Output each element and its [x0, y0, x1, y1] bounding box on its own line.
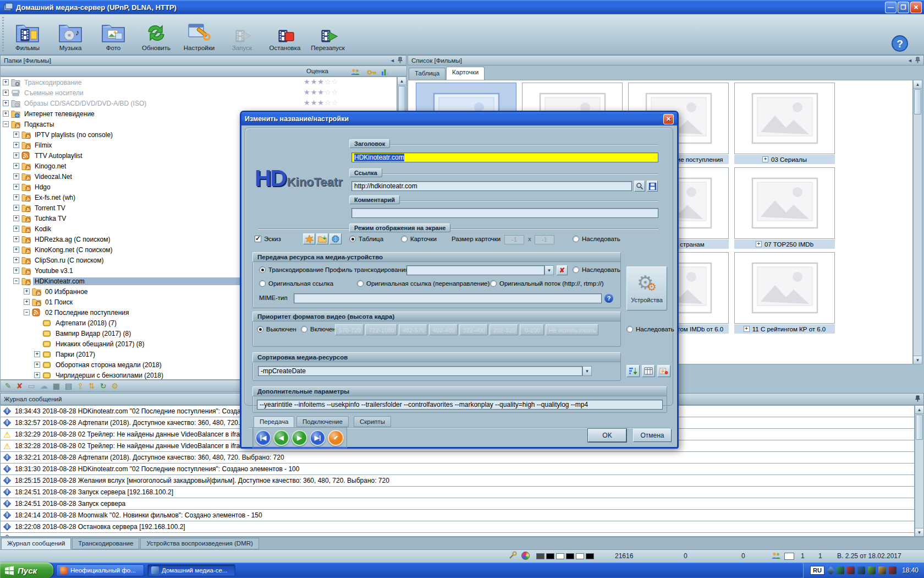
tray-icon-4[interactable]: [857, 566, 865, 574]
wrench-icon[interactable]: [508, 551, 517, 561]
card-item[interactable]: +11 С рейтингом КР от 6.0: [734, 252, 835, 334]
log-scrollbar[interactable]: ▲ ▼: [915, 405, 924, 537]
toolbar-grip[interactable]: [2, 17, 4, 52]
apply-button[interactable]: ✔: [328, 430, 344, 446]
scroll-up-icon[interactable]: ▲: [914, 80, 922, 89]
taskbar-task[interactable]: Домашний медиа-се...: [147, 564, 235, 576]
priority-off-radio[interactable]: Выключен: [257, 326, 296, 332]
scroll-down-icon[interactable]: ▼: [915, 528, 923, 536]
expand-icon[interactable]: +: [3, 100, 9, 106]
pin-icon[interactable]: [398, 57, 403, 64]
expand-icon[interactable]: +: [13, 194, 19, 200]
bottom-tab[interactable]: Устройства воспроизведения (DMR): [140, 538, 258, 549]
start-button[interactable]: Пуск: [0, 563, 53, 578]
toolbar-settings-button[interactable]: Настройки: [178, 16, 221, 53]
dialog-close-button[interactable]: ✕: [663, 114, 674, 124]
cancel-button[interactable]: Отмена: [633, 429, 672, 442]
collapse-icon[interactable]: −: [24, 309, 30, 315]
scrollbar-thumb[interactable]: [916, 415, 923, 440]
search-icon[interactable]: [634, 181, 645, 192]
pin-icon[interactable]: [915, 395, 920, 403]
scroll-up-icon[interactable]: ▲: [398, 77, 406, 85]
display-inherit-radio[interactable]: Наследовать: [573, 236, 620, 242]
expand-icon[interactable]: +: [744, 326, 750, 332]
collapse-panel-icon[interactable]: ◄: [390, 58, 395, 63]
color-swatch[interactable]: [586, 553, 594, 559]
thumbnail-checkbox[interactable]: Эскиз: [255, 236, 281, 242]
table-radio[interactable]: Таблица: [349, 236, 383, 242]
transcode-radio[interactable]: Транскодирование: [259, 266, 323, 273]
checkbox-icon[interactable]: [255, 236, 261, 242]
help-icon[interactable]: ?: [604, 294, 613, 303]
grid-icon[interactable]: ▦: [53, 382, 60, 390]
expand-icon[interactable]: +: [13, 173, 19, 179]
color-swatch[interactable]: [576, 553, 584, 559]
comment-input[interactable]: [351, 208, 658, 218]
language-indicator[interactable]: RU: [810, 566, 824, 575]
expand-icon[interactable]: +: [24, 299, 30, 305]
minimize-button[interactable]: —: [885, 2, 897, 13]
expand-icon[interactable]: +: [756, 241, 762, 247]
close-button[interactable]: ✕: [910, 2, 922, 13]
expand-icon[interactable]: +: [13, 184, 19, 190]
dialog-tab[interactable]: Подключение: [296, 416, 349, 427]
priority-on-radio[interactable]: Включен: [301, 326, 336, 332]
taskbar-task[interactable]: Неофициальный фо...: [56, 564, 144, 576]
toolbar-stop-button[interactable]: Остановка: [263, 16, 306, 53]
card-item[interactable]: +07 TOP250 IMDb: [734, 167, 835, 249]
transcode-profile-select[interactable]: ▼: [406, 265, 554, 275]
expand-icon[interactable]: +: [13, 152, 19, 159]
log-row[interactable]: i18:24:51 2018-08-28 Запуск сервера: [1, 498, 914, 510]
original-stream-radio[interactable]: Оригинальный поток (http://, rtmp://): [490, 280, 604, 287]
mime-input[interactable]: [294, 293, 602, 303]
tray-app-icon[interactable]: [827, 566, 835, 575]
last-button[interactable]: ▶|: [310, 430, 326, 446]
clear-profile-button[interactable]: ✘: [557, 265, 568, 275]
expand-icon[interactable]: +: [13, 236, 19, 242]
color-swatch[interactable]: [536, 553, 544, 559]
expand-icon[interactable]: +: [13, 142, 19, 148]
dialog-tab[interactable]: Передача: [254, 416, 294, 427]
expand-icon[interactable]: +: [762, 156, 768, 162]
tools-icon[interactable]: ⚙: [111, 382, 118, 390]
expand-icon[interactable]: +: [34, 372, 40, 378]
expand-icon[interactable]: +: [13, 132, 19, 138]
log-row[interactable]: i: [1, 533, 914, 537]
log-row[interactable]: i18:31:30 2018-08-28 HDKinoteatr.com "02…: [1, 464, 914, 475]
open-folder-icon[interactable]: [316, 233, 328, 244]
expand-icon[interactable]: +: [34, 362, 40, 368]
devices-button[interactable]: ⚙⚙ Устройства: [626, 266, 667, 310]
expand-icon[interactable]: +: [3, 90, 9, 96]
tray-icon-3[interactable]: [847, 566, 855, 574]
scroll-up-icon[interactable]: ▲: [915, 406, 923, 414]
card-item[interactable]: +03 Сериалы: [734, 83, 835, 164]
scroll-down-icon[interactable]: ▼: [914, 356, 922, 364]
toolbar-films-button[interactable]: Фильмы: [6, 16, 49, 53]
web-icon[interactable]: ☁: [40, 382, 48, 390]
expand-icon[interactable]: +: [34, 351, 40, 357]
expand-icon[interactable]: +: [13, 257, 19, 263]
expand-icon[interactable]: +: [13, 215, 19, 221]
toolbar-photo-button[interactable]: Фото: [92, 16, 135, 53]
ok-button[interactable]: OK: [588, 429, 626, 442]
toolbar-music-button[interactable]: ♪Музыка: [49, 16, 92, 53]
dialog-tab[interactable]: Скрипты: [354, 416, 391, 427]
edit-icon[interactable]: ✎: [5, 382, 12, 390]
log-row[interactable]: i18:25:15 2018-08-28 Желания вслух [мног…: [1, 475, 914, 487]
collapse-panel-icon[interactable]: ◄: [908, 58, 912, 63]
scrollbar-thumb[interactable]: [398, 86, 405, 111]
color-swatch[interactable]: [566, 553, 574, 559]
expand-icon[interactable]: +: [13, 268, 19, 274]
tray-icon-2[interactable]: [837, 566, 844, 574]
clear-list-icon[interactable]: ▭: [28, 382, 35, 390]
delete-icon[interactable]: ✘: [16, 382, 23, 390]
toolbar-refresh-button[interactable]: Обновить: [135, 16, 178, 53]
extra-params-input[interactable]: --yearintitle --infoitems --usekpinfo --…: [257, 400, 663, 410]
tab-table[interactable]: Таблица: [409, 68, 446, 80]
transfer-icon[interactable]: ⇅: [89, 382, 95, 390]
color-swatch[interactable]: [546, 553, 554, 559]
sort-columns-button[interactable]: [642, 365, 655, 377]
globe-icon[interactable]: [329, 233, 342, 244]
expand-icon[interactable]: +: [13, 205, 19, 211]
expand-icon[interactable]: +: [13, 247, 19, 253]
